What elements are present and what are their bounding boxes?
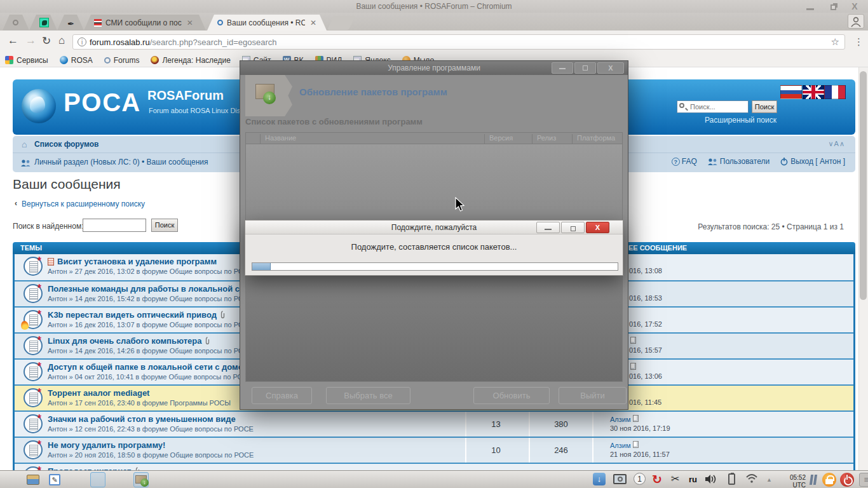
select-all-button[interactable]: Выбрать все — [326, 387, 410, 404]
back-icon[interactable]: ← — [8, 34, 18, 47]
exit-button[interactable]: Выйти — [559, 387, 627, 404]
reload-icon[interactable]: ↻ — [42, 34, 51, 48]
column-release[interactable]: Релиз — [537, 134, 556, 142]
page-info-icon[interactable]: i — [78, 37, 86, 46]
battery-icon[interactable] — [728, 473, 735, 485]
header-search-input[interactable] — [677, 100, 749, 113]
lock-screen-icon[interactable] — [822, 473, 836, 487]
rosa-logo-icon[interactable] — [22, 89, 56, 123]
last-post-user-link[interactable]: Алзим — [610, 442, 631, 449]
tab-active[interactable]: Ваши сообщения • RO ✕ — [207, 15, 327, 30]
topic-title-link[interactable]: Доступ к общей папке в локальной сети с … — [48, 362, 259, 372]
bookmark-legend[interactable]: Легенда: Наследие — [151, 56, 230, 65]
keyboard-layout-indicator[interactable]: ru — [689, 475, 697, 484]
text-editor-icon[interactable]: ✎ — [47, 472, 62, 487]
minimize-icon[interactable] — [552, 62, 573, 74]
personal-section-link[interactable]: Личный раздел (Новых ЛС: 0) • Ваши сообщ… — [34, 158, 208, 166]
search-in-found-input[interactable] — [83, 219, 146, 232]
topic-title-link[interactable]: Linux для очень слабого компьютера — [48, 336, 201, 346]
pinned-tab-1[interactable] — [3, 15, 29, 30]
pinned-tab-3[interactable]: ✒ — [57, 15, 84, 30]
maximize-icon[interactable] — [561, 222, 585, 233]
table-row[interactable]: Значки на рабочий стол в уменьшенном вид… — [15, 410, 853, 437]
topic-title-link[interactable]: Значки на рабочий стол в уменьшенном вид… — [48, 414, 236, 424]
last-post-user-link[interactable]: Алзим — [610, 416, 631, 423]
profile-button[interactable] — [848, 14, 864, 29]
topic-title-link[interactable]: Висит установка и удаление программ — [57, 257, 217, 266]
topic-title-link[interactable]: Полезные команды для работы в локальной … — [48, 284, 253, 294]
wait-titlebar[interactable]: Подождите, пожалуйста X — [245, 220, 623, 234]
logout-link[interactable]: Выход [ Антон ] — [780, 157, 845, 166]
home-icon[interactable]: ⌂ — [58, 34, 65, 47]
table-row[interactable]: Не могу удалить программу! Антон » 20 но… — [15, 437, 853, 463]
page-scrollbar[interactable] — [858, 67, 868, 470]
browser-titlebar[interactable]: Ваши сообщения • ROSAForum – Chromium X — [0, 0, 868, 13]
maximize-icon[interactable] — [824, 1, 843, 11]
firefox-icon[interactable] — [69, 472, 84, 487]
help-button[interactable]: Справка — [252, 387, 312, 404]
advanced-search-link[interactable]: Расширенный поиск — [705, 116, 776, 125]
bookmark-services[interactable]: Сервисы — [5, 56, 48, 65]
flag-france-icon[interactable] — [824, 85, 846, 99]
rosa-menu-icon[interactable] — [4, 472, 19, 487]
flag-russia-icon[interactable] — [780, 85, 802, 99]
topic-title-link[interactable]: Торрент аналог mediaget — [48, 388, 149, 398]
close-icon[interactable]: X — [845, 1, 864, 11]
wifi-icon[interactable] — [745, 473, 759, 486]
power-icon[interactable] — [840, 473, 854, 487]
tray-expand-icon[interactable]: ▲ — [766, 477, 772, 483]
panel-menu-icon[interactable]: ≡ — [859, 473, 868, 487]
menu-dots-icon[interactable]: ⋮ — [854, 36, 864, 48]
workspace-1-icon[interactable]: 1 — [634, 473, 646, 485]
forward-icon[interactable]: → — [25, 34, 36, 47]
target-app-icon[interactable] — [112, 472, 127, 487]
minimize-icon[interactable] — [536, 222, 560, 233]
pinned-tab-2[interactable] — [29, 15, 57, 30]
update-sync-icon[interactable]: ↻ — [652, 473, 662, 487]
tab-inactive[interactable]: СМИ сообщили о пос ✕ — [84, 15, 206, 30]
column-version[interactable]: Версия — [489, 134, 513, 142]
display-settings-icon[interactable] — [613, 474, 627, 484]
column-platform[interactable]: Платформа — [577, 134, 615, 142]
flag-uk-icon[interactable] — [803, 85, 824, 99]
clipboard-scissors-icon[interactable]: ✂ — [671, 473, 679, 485]
tab-close-icon[interactable]: ✕ — [310, 18, 316, 27]
removable-media-icon[interactable] — [810, 473, 817, 487]
goto-post-icon[interactable] — [633, 415, 639, 422]
site-title[interactable]: ROSAForum — [147, 88, 224, 103]
clock[interactable]: 05:52 UTC — [778, 474, 806, 488]
package-manager-icon[interactable]: ↓ — [133, 472, 149, 487]
goto-post-icon[interactable] — [630, 363, 636, 370]
last-post-fragment: 016, 13:08 — [629, 267, 662, 274]
new-tab-button[interactable] — [327, 16, 355, 30]
forums-list-link[interactable]: Список форумов — [34, 140, 98, 149]
tab-close-icon[interactable]: ✕ — [187, 18, 193, 27]
column-name[interactable]: Название — [265, 134, 296, 142]
font-size-control[interactable]: ∨A∧ — [829, 140, 845, 148]
minimize-icon[interactable] — [801, 1, 820, 11]
goto-post-icon[interactable] — [633, 441, 639, 448]
scrollbar-thumb[interactable] — [860, 71, 867, 300]
manager-titlebar[interactable]: Управление программами X — [240, 61, 628, 75]
volume-icon[interactable] — [704, 473, 718, 488]
url-bar[interactable]: i forum.rosalab.ru/search.php?search_id=… — [72, 34, 845, 50]
update-button[interactable]: Обновить — [473, 387, 550, 404]
table-row[interactable]: Пропадает интернет — [15, 463, 853, 470]
search-in-found-button[interactable]: Поиск — [151, 219, 178, 232]
back-to-search-link[interactable]: Вернуться к расширенному поиску — [22, 200, 145, 208]
chromium-icon[interactable] — [90, 472, 105, 487]
download-tray-icon[interactable]: ↓ — [593, 473, 606, 485]
bookmark-rosa[interactable]: ROSA — [60, 56, 93, 65]
topic-title-link[interactable]: K3b перестал видеть оптический привод — [48, 310, 217, 320]
users-link[interactable]: Пользователи — [707, 157, 770, 166]
close-icon[interactable]: X — [586, 222, 609, 233]
close-icon[interactable]: X — [597, 62, 624, 74]
topic-title-link[interactable]: Не могу удалить программу! — [48, 440, 165, 450]
bookmark-forums[interactable]: Forums — [104, 56, 140, 65]
maximize-icon[interactable] — [574, 62, 596, 74]
goto-post-icon[interactable] — [630, 337, 636, 344]
file-manager-icon[interactable] — [25, 472, 41, 487]
header-search-button[interactable]: Поиск — [752, 100, 777, 113]
bookmark-star-icon[interactable]: ☆ — [831, 36, 839, 48]
faq-link[interactable]: ?FAQ — [672, 157, 697, 166]
